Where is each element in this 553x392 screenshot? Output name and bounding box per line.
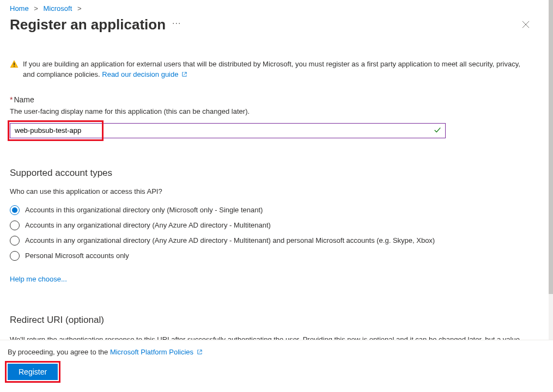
valid-check-icon <box>434 126 441 136</box>
help-me-choose-link[interactable]: Help me choose... <box>10 275 67 283</box>
platform-policies-link[interactable]: Microsoft Platform Policies <box>110 348 203 356</box>
name-help: The user-facing display name for this ap… <box>10 107 538 115</box>
account-types-sub: Who can use this application or access t… <box>10 187 538 195</box>
redirect-heading: Redirect URI (optional) <box>10 315 538 326</box>
radio-personal-only[interactable]: Personal Microsoft accounts only <box>10 251 538 261</box>
breadcrumb-link-home[interactable]: Home <box>10 4 29 13</box>
scrollbar-track[interactable] <box>549 0 553 340</box>
warning-text: If you are building an application for e… <box>23 60 520 78</box>
svg-rect-1 <box>14 66 15 67</box>
footer: By proceeding, you agree to the Microsof… <box>0 340 553 392</box>
register-button[interactable]: Register <box>8 364 58 380</box>
external-link-icon <box>181 71 187 77</box>
chevron-right-icon: > <box>77 4 82 13</box>
breadcrumb-link-microsoft[interactable]: Microsoft <box>44 4 72 13</box>
agree-prefix: By proceeding, you agree to the <box>8 348 110 356</box>
name-input[interactable] <box>10 123 446 138</box>
radio-label: Personal Microsoft accounts only <box>25 252 129 260</box>
radio-label: Accounts in any organizational directory… <box>25 221 271 229</box>
external-link-icon <box>197 349 203 355</box>
radio-multitenant[interactable]: Accounts in any organizational directory… <box>10 220 538 230</box>
radio-icon <box>10 236 20 246</box>
radio-icon <box>10 205 20 215</box>
radio-icon <box>10 251 20 261</box>
radio-multitenant-personal[interactable]: Accounts in any organizational directory… <box>10 236 538 246</box>
radio-label: Accounts in this organizational director… <box>25 206 263 214</box>
account-types-heading: Supported account types <box>10 168 538 179</box>
more-icon[interactable]: ··· <box>172 19 181 30</box>
account-types-radio-group: Accounts in this organizational director… <box>10 205 538 261</box>
radio-label: Accounts in any organizational directory… <box>25 236 435 244</box>
breadcrumb: Home > Microsoft > <box>10 3 538 16</box>
radio-single-tenant[interactable]: Accounts in this organizational director… <box>10 205 538 215</box>
close-icon <box>522 21 530 28</box>
chevron-right-icon: > <box>34 4 38 13</box>
page-title: Register an application <box>10 16 166 33</box>
warning-message: If you are building an application for e… <box>10 59 522 80</box>
close-button[interactable] <box>517 16 534 33</box>
name-label: *Name <box>10 95 538 104</box>
warning-icon <box>10 60 19 72</box>
decision-guide-link[interactable]: Read our decision guide <box>102 70 187 78</box>
scrollbar-thumb[interactable] <box>549 0 553 294</box>
svg-rect-0 <box>14 63 15 65</box>
radio-icon <box>10 220 20 230</box>
